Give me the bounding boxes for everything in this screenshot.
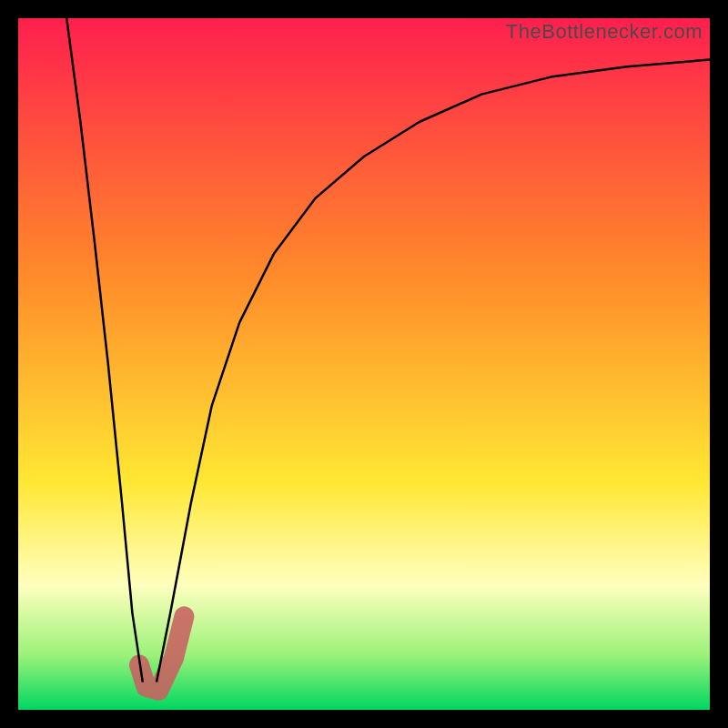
plot-area: TheBottlenecker.com <box>18 18 710 710</box>
chart-frame: TheBottlenecker.com <box>0 0 728 728</box>
curve-left-branch <box>66 18 143 682</box>
curve-right-branch <box>157 60 710 682</box>
curves-layer <box>18 18 710 710</box>
watermark-text: TheBottlenecker.com <box>506 20 703 44</box>
